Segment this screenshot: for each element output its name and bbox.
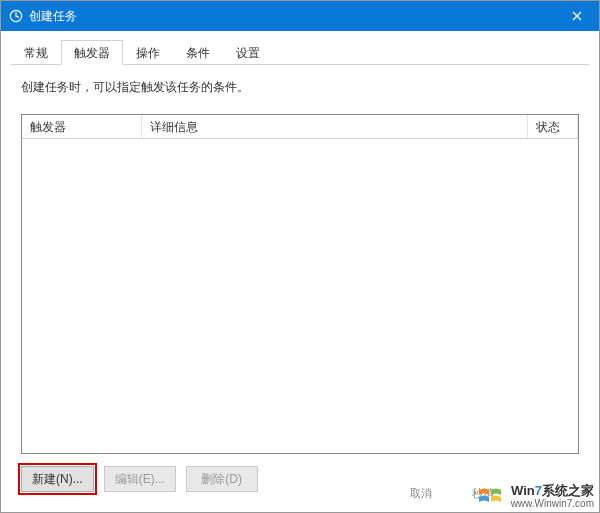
button-row: 新建(N)... 编辑(E)... 删除(D) xyxy=(21,466,579,492)
tab-actions[interactable]: 操作 xyxy=(123,40,173,65)
tab-label: 常规 xyxy=(24,46,48,60)
edit-button: 编辑(E)... xyxy=(104,466,176,492)
tab-label: 操作 xyxy=(136,46,160,60)
column-detail[interactable]: 详细信息 xyxy=(142,115,528,138)
tab-triggers[interactable]: 触发器 xyxy=(61,40,123,65)
tab-bar: 常规 触发器 操作 条件 设置 xyxy=(11,39,589,65)
tab-general[interactable]: 常规 xyxy=(11,40,61,65)
triggers-list[interactable]: 触发器 详细信息 状态 xyxy=(21,114,579,454)
client-area: 常规 触发器 操作 条件 设置 创建任务时，可以指定触发该任务的条件。 触发器 … xyxy=(1,31,599,512)
titlebar: 创建任务 xyxy=(1,1,599,31)
close-button[interactable] xyxy=(554,1,599,31)
clock-icon xyxy=(9,9,23,23)
svg-line-2 xyxy=(16,16,19,17)
tab-settings[interactable]: 设置 xyxy=(223,40,273,65)
new-button[interactable]: 新建(N)... xyxy=(21,466,94,492)
delete-button: 删除(D) xyxy=(186,466,258,492)
column-trigger[interactable]: 触发器 xyxy=(22,115,142,138)
triggers-tab-content: 创建任务时，可以指定触发该任务的条件。 触发器 详细信息 状态 新建(N)...… xyxy=(11,65,589,502)
tab-label: 条件 xyxy=(186,46,210,60)
tab-label: 触发器 xyxy=(74,46,110,60)
create-task-window: 创建任务 常规 触发器 操作 条件 设置 xyxy=(0,0,600,513)
list-header: 触发器 详细信息 状态 xyxy=(22,115,578,139)
tab-conditions[interactable]: 条件 xyxy=(173,40,223,65)
column-status[interactable]: 状态 xyxy=(528,115,578,138)
triggers-description: 创建任务时，可以指定触发该任务的条件。 xyxy=(21,79,579,96)
list-body xyxy=(22,139,578,453)
window-title: 创建任务 xyxy=(29,8,77,25)
tab-label: 设置 xyxy=(236,46,260,60)
